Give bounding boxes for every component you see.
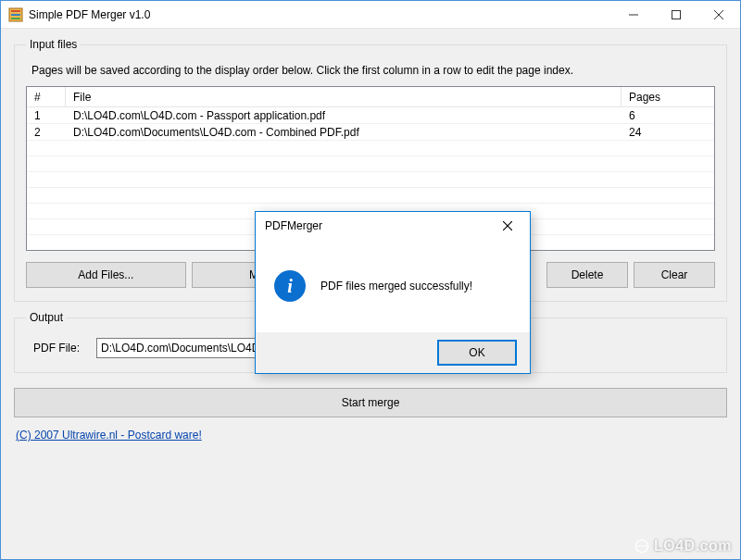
- output-label: PDF File:: [33, 342, 87, 355]
- footer-link[interactable]: (C) 2007 Ultrawire.nl - Postcard ware!: [16, 429, 202, 442]
- cell-pages: 24: [622, 125, 714, 140]
- cell-pages: 6: [622, 108, 714, 123]
- dialog-body: i PDF files merged successfully!: [256, 240, 530, 332]
- svg-rect-1: [11, 10, 20, 12]
- col-index[interactable]: #: [27, 87, 66, 106]
- clear-button[interactable]: Clear: [634, 262, 715, 288]
- table-header: # File Pages: [27, 87, 714, 107]
- dialog-titlebar: PDFMerger: [256, 212, 530, 240]
- add-files-button[interactable]: Add Files...: [26, 262, 186, 288]
- start-merge-button[interactable]: Start merge: [14, 388, 727, 417]
- input-files-legend: Input files: [26, 38, 81, 51]
- maximize-button[interactable]: [655, 1, 697, 29]
- delete-button[interactable]: Delete: [546, 262, 628, 288]
- window-title: Simple PDF Merger v1.0: [29, 8, 150, 21]
- output-legend: Output: [26, 311, 67, 324]
- dialog-title: PDFMerger: [265, 219, 487, 232]
- dialog-ok-button[interactable]: OK: [437, 340, 517, 366]
- svg-rect-5: [672, 10, 681, 19]
- message-dialog: PDFMerger i PDF files merged successfull…: [255, 211, 531, 374]
- dialog-message: PDF files merged successfully!: [320, 280, 472, 292]
- svg-rect-2: [11, 14, 20, 16]
- cell-index[interactable]: 1: [27, 108, 66, 123]
- cell-file: D:\LO4D.com\Documents\LO4D.com - Combine…: [66, 125, 622, 140]
- col-pages[interactable]: Pages: [622, 87, 714, 106]
- table-row[interactable]: 1 D:\LO4D.com\LO4D.com - Passport applic…: [27, 107, 714, 124]
- col-file[interactable]: File: [66, 87, 622, 106]
- app-icon: [8, 7, 23, 22]
- info-icon: i: [274, 270, 306, 302]
- dialog-footer: OK: [256, 332, 530, 373]
- close-button[interactable]: [697, 1, 740, 29]
- dialog-close-button[interactable]: [487, 213, 528, 239]
- svg-rect-3: [11, 18, 20, 19]
- minimize-button[interactable]: [612, 1, 655, 29]
- titlebar: Simple PDF Merger v1.0: [1, 1, 740, 29]
- cell-index[interactable]: 2: [27, 125, 66, 140]
- cell-file: D:\LO4D.com\LO4D.com - Passport applicat…: [66, 108, 622, 123]
- input-hint: Pages will be saved according to the dis…: [31, 64, 715, 77]
- table-row[interactable]: 2 D:\LO4D.com\Documents\LO4D.com - Combi…: [27, 124, 714, 141]
